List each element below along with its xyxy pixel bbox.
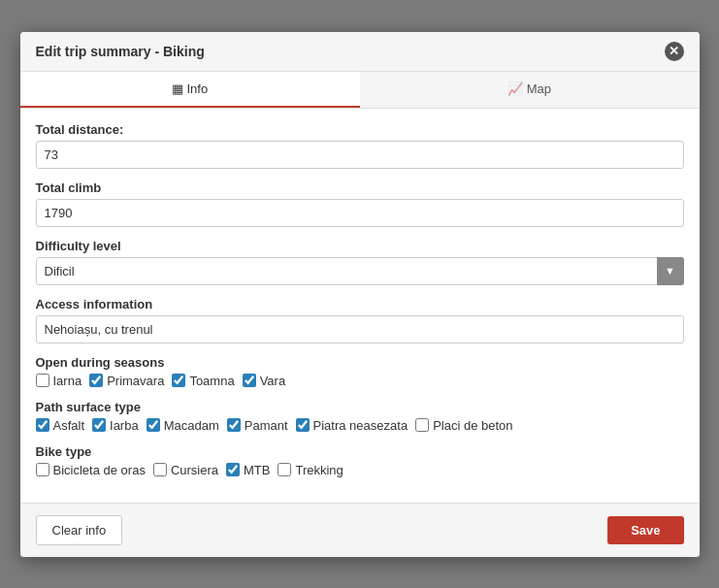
modal-overlay: Edit trip summary - Biking ✕ ▦ Info 📈 Ma… bbox=[0, 0, 719, 588]
bike-type-group: Bike type Bicicleta de orasCursieraMTBTr… bbox=[36, 444, 684, 477]
season-item-toamna[interactable]: Toamna bbox=[172, 374, 234, 388]
bike-type-checkboxes: Bicicleta de orasCursieraMTBTrekking bbox=[36, 463, 684, 477]
surface-checkbox-placi_de_beton[interactable] bbox=[415, 418, 429, 432]
access-info-group: Access information bbox=[36, 297, 684, 343]
bike-type-label: Bike type bbox=[36, 444, 684, 459]
total-climb-label: Total climb bbox=[36, 180, 684, 195]
bike-checkbox-bicicleta_de_oras[interactable] bbox=[36, 463, 49, 476]
seasons-group: Open during seasons IarnaPrimavaraToamna… bbox=[36, 355, 684, 388]
surface-item-piatra_neasezata[interactable]: Piatra neasezata bbox=[296, 418, 409, 433]
surface-checkbox-piatra_neasezata[interactable] bbox=[296, 418, 310, 432]
access-info-label: Access information bbox=[36, 297, 684, 311]
tab-map[interactable]: 📈 Map bbox=[360, 72, 700, 108]
info-tab-label: Info bbox=[186, 82, 208, 96]
path-surface-group: Path surface type AsfaltIarbaMacadamPama… bbox=[36, 400, 684, 433]
surface-item-placi_de_beton[interactable]: Placi de beton bbox=[415, 418, 512, 433]
surface-item-macadam[interactable]: Macadam bbox=[147, 418, 219, 433]
season-checkbox-iarna[interactable] bbox=[36, 374, 49, 387]
surface-item-pamant[interactable]: Pamant bbox=[227, 418, 288, 433]
seasons-label: Open during seasons bbox=[36, 355, 684, 370]
modal-footer: Clear info Save bbox=[20, 503, 700, 557]
season-checkbox-vara[interactable] bbox=[243, 374, 256, 387]
difficulty-select-wrapper: UsorMediuDificilFoarte dificil ▼ bbox=[36, 257, 684, 285]
clear-info-button[interactable]: Clear info bbox=[36, 515, 123, 545]
map-tab-icon: 📈 bbox=[507, 82, 527, 96]
season-item-primavara[interactable]: Primavara bbox=[89, 374, 164, 388]
surface-checkbox-iarba[interactable] bbox=[92, 418, 106, 432]
bike-item-cursiera[interactable]: Cursiera bbox=[153, 463, 218, 477]
save-button[interactable]: Save bbox=[607, 516, 683, 544]
info-tab-icon: ▦ bbox=[172, 82, 187, 96]
modal-body: Total distance: Total climb Difficulty l… bbox=[20, 109, 700, 503]
path-surface-label: Path surface type bbox=[36, 400, 684, 414]
modal-dialog: Edit trip summary - Biking ✕ ▦ Info 📈 Ma… bbox=[20, 32, 700, 557]
surface-checkbox-macadam[interactable] bbox=[147, 418, 160, 432]
season-checkbox-toamna[interactable] bbox=[172, 374, 185, 387]
difficulty-level-group: Difficulty level UsorMediuDificilFoarte … bbox=[36, 239, 684, 285]
modal-header: Edit trip summary - Biking ✕ bbox=[20, 32, 700, 72]
tab-bar: ▦ Info 📈 Map bbox=[20, 72, 700, 109]
bike-checkbox-mtb[interactable] bbox=[226, 463, 240, 476]
surface-item-asfalt[interactable]: Asfalt bbox=[36, 418, 85, 433]
bike-item-bicicleta_de_oras[interactable]: Bicicleta de oras bbox=[36, 463, 146, 477]
surface-checkbox-asfalt[interactable] bbox=[36, 418, 49, 432]
bike-item-mtb[interactable]: MTB bbox=[226, 463, 270, 477]
total-distance-label: Total distance: bbox=[36, 122, 684, 137]
map-tab-label: Map bbox=[527, 82, 551, 96]
surface-checkbox-pamant[interactable] bbox=[227, 418, 241, 432]
tab-info[interactable]: ▦ Info bbox=[20, 72, 360, 108]
total-climb-group: Total climb bbox=[36, 180, 684, 227]
path-surface-checkboxes: AsfaltIarbaMacadamPamantPiatra neasezata… bbox=[36, 418, 684, 433]
seasons-checkboxes: IarnaPrimavaraToamnaVara bbox=[36, 374, 684, 388]
difficulty-select[interactable]: UsorMediuDificilFoarte dificil bbox=[36, 257, 684, 285]
season-checkbox-primavara[interactable] bbox=[89, 374, 103, 387]
difficulty-label: Difficulty level bbox=[36, 239, 684, 253]
bike-checkbox-cursiera[interactable] bbox=[153, 463, 167, 476]
total-distance-input[interactable] bbox=[36, 141, 684, 169]
bike-item-trekking[interactable]: Trekking bbox=[278, 463, 343, 477]
close-button[interactable]: ✕ bbox=[665, 42, 684, 61]
season-item-vara[interactable]: Vara bbox=[243, 374, 286, 388]
total-distance-group: Total distance: bbox=[36, 122, 684, 169]
surface-item-iarba[interactable]: Iarba bbox=[92, 418, 139, 433]
access-info-input[interactable] bbox=[36, 315, 684, 343]
bike-checkbox-trekking[interactable] bbox=[278, 463, 291, 476]
modal-title: Edit trip summary - Biking bbox=[36, 44, 205, 59]
total-climb-input[interactable] bbox=[36, 199, 684, 227]
season-item-iarna[interactable]: Iarna bbox=[36, 374, 82, 388]
